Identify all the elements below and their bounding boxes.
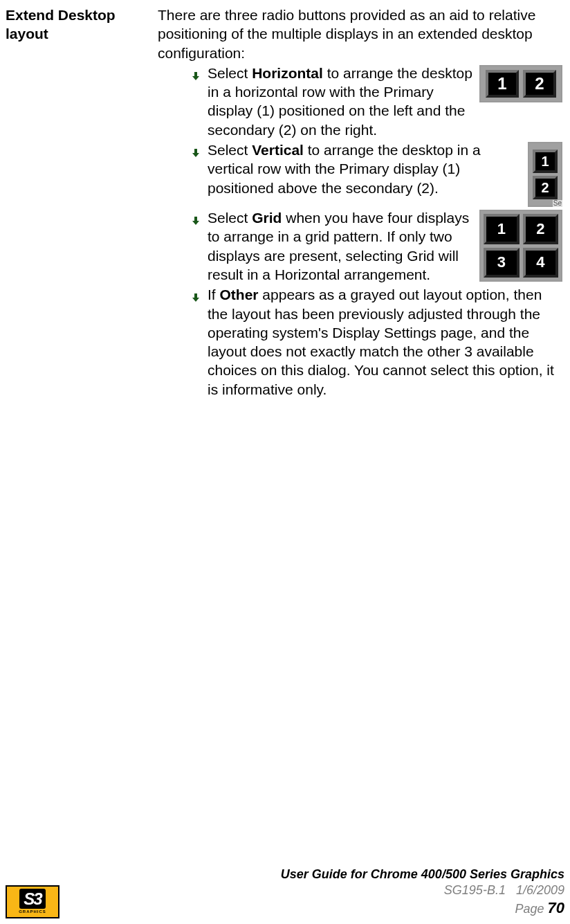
- svg-rect-2: [194, 149, 197, 154]
- display-tile-2: 2: [533, 176, 558, 199]
- bullet-grid: 1 2 3 4 Select Grid when you have four d…: [158, 208, 562, 284]
- footer-doc-id: SG195-B.1: [444, 883, 506, 897]
- svg-marker-7: [192, 298, 199, 302]
- brand-logo: S3 GRAPHICS: [6, 885, 59, 918]
- display-tile-4: 4: [523, 248, 559, 278]
- footer-doc-meta: SG195-B.1 1/6/2009: [281, 882, 564, 898]
- svg-marker-3: [192, 153, 199, 157]
- display-tile-3: 3: [484, 248, 520, 278]
- display-tile-1: 1: [486, 70, 519, 98]
- logo-sub-text: GRAPHICS: [19, 909, 46, 915]
- display-tile-1: 1: [484, 214, 520, 244]
- bullet-bold: Vertical: [252, 142, 304, 158]
- bullet-icon: [191, 143, 201, 162]
- bullet-content: 1 2 Se Select Vertical to arrange the de…: [208, 141, 562, 207]
- bullet-content: 1 2 3 4 Select Grid when you have four d…: [208, 208, 562, 284]
- page-footer: S3 GRAPHICS User Guide for Chrome 400/50…: [6, 867, 564, 918]
- footer-page: Page 70: [281, 898, 564, 918]
- bullet-icon: [191, 211, 201, 230]
- svg-rect-4: [194, 217, 197, 221]
- image-horizontal-layout: 1 2: [479, 65, 562, 102]
- display-tile-2: 2: [523, 214, 559, 244]
- bullet-icon: [191, 66, 201, 85]
- display-tile-2: 2: [523, 70, 556, 98]
- image-grid-layout: 1 2 3 4: [479, 210, 562, 282]
- image-vertical-layout: 1 2 Se: [528, 142, 562, 207]
- bullet-icon: [191, 288, 201, 307]
- footer-text: User Guide for Chrome 400/500 Series Gra…: [281, 867, 564, 918]
- content-row: Extend Desktop layout There are three ra…: [6, 6, 564, 399]
- image-cutoff-text: Se: [553, 200, 562, 207]
- section-title-line2: layout: [6, 26, 48, 42]
- footer-page-number: 70: [548, 899, 564, 916]
- footer-page-label: Page: [515, 902, 547, 916]
- logo-main-text: S3: [19, 889, 45, 909]
- section-title-line1: Extend Desktop: [6, 7, 116, 23]
- svg-marker-5: [192, 221, 199, 225]
- section-label-col: Extend Desktop layout: [6, 6, 144, 399]
- footer-date: 1/6/2009: [516, 883, 564, 897]
- bullet-prefix: Select: [208, 210, 252, 226]
- svg-rect-0: [194, 72, 197, 77]
- bullet-bold: Grid: [252, 210, 282, 226]
- display-tile-1: 1: [533, 150, 558, 173]
- svg-marker-1: [192, 76, 199, 80]
- bullet-bold: Horizontal: [252, 65, 323, 81]
- bullet-bold: Other: [220, 287, 259, 302]
- bullet-prefix: Select: [208, 142, 252, 158]
- bullet-prefix: Select: [208, 65, 252, 81]
- section-body: There are three radio buttons provided a…: [158, 6, 564, 399]
- svg-rect-6: [194, 293, 197, 298]
- bullet-prefix: If: [208, 287, 220, 302]
- section-title: Extend Desktop layout: [6, 6, 144, 44]
- bullet-horizontal: 1 2 Select Horizontal to arrange the des…: [158, 64, 562, 139]
- footer-doc-title: User Guide for Chrome 400/500 Series Gra…: [281, 867, 564, 882]
- bullet-vertical: 1 2 Se Select Vertical to arrange the de…: [158, 141, 562, 207]
- bullet-content: If Other appears as a grayed out layout …: [208, 285, 562, 399]
- bullet-rest: appears as a grayed out layout option, t…: [208, 287, 554, 397]
- bullet-other: If Other appears as a grayed out layout …: [158, 285, 562, 399]
- bullet-content: 1 2 Select Horizontal to arrange the des…: [208, 64, 562, 139]
- intro-text: There are three radio buttons provided a…: [158, 6, 562, 62]
